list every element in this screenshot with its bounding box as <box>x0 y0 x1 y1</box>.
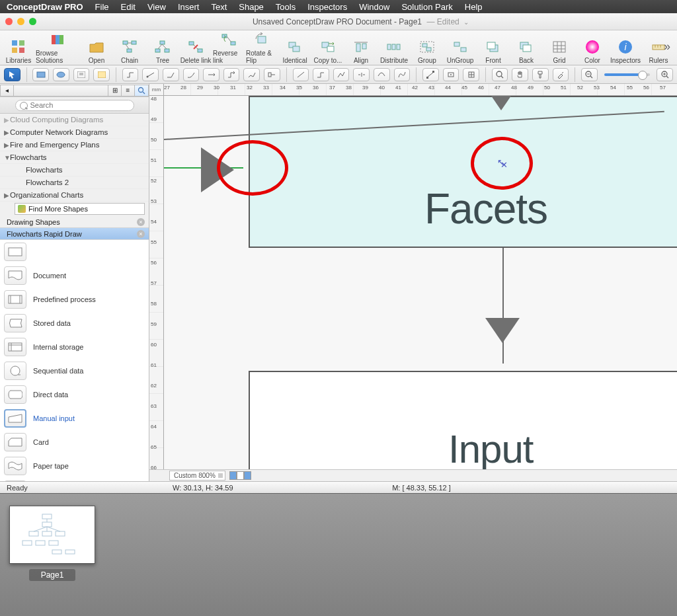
line-1-button[interactable] <box>293 68 309 81</box>
line-4-button[interactable] <box>353 68 370 81</box>
snap-1-button[interactable] <box>443 68 459 81</box>
toolbar-tree-button[interactable]: Tree <box>147 31 179 64</box>
connector-vertical[interactable] <box>502 248 504 364</box>
close-tab-button[interactable]: × <box>137 218 145 226</box>
tree-item-cloud-computing-diagrams[interactable]: ▶Cloud Computing Diagrams <box>0 114 149 126</box>
toolbar-overflow-button[interactable]: » <box>664 40 672 54</box>
connector-3-button[interactable] <box>163 68 179 81</box>
text-tool-button[interactable] <box>73 68 90 81</box>
note-tool-button[interactable] <box>93 68 110 81</box>
close-tab-button[interactable]: × <box>137 230 145 238</box>
shape-document[interactable]: Document <box>0 264 149 288</box>
toolbar-libraries-button[interactable]: Libraries <box>3 31 34 64</box>
toolbar-back-button[interactable]: Back <box>510 31 542 64</box>
panel-nav-left-button[interactable]: ◂ <box>0 85 13 96</box>
shape-direct-data[interactable]: Direct data <box>0 383 149 406</box>
shape-stored-data[interactable]: Stored data <box>0 311 149 335</box>
zoom-minus-button[interactable] <box>581 68 598 81</box>
horizontal-ruler[interactable]: 2728293031323334353637383940414243444546… <box>164 84 677 96</box>
shape-item[interactable] <box>0 240 149 264</box>
tree-item-flowcharts[interactable]: ▼Flowcharts <box>0 151 149 164</box>
menu-text[interactable]: Text <box>211 2 227 12</box>
view-mode-3[interactable] <box>244 471 251 480</box>
shape-display[interactable]: Display <box>0 478 149 481</box>
connector-8-button[interactable] <box>264 68 280 81</box>
zoom-select[interactable]: Custom 800% <box>169 471 225 481</box>
maximize-window-button[interactable] <box>29 18 36 25</box>
menu-inspectors[interactable]: Inspectors <box>307 2 347 12</box>
line-3-button[interactable] <box>333 68 350 81</box>
shape-sequential-data[interactable]: Sequential data <box>0 359 149 383</box>
shape-internal-storage[interactable]: Internal storage <box>0 335 149 359</box>
menu-edit[interactable]: Edit <box>121 2 136 12</box>
tree-item-computer-network-diagrams[interactable]: ▶Computer Network Diagrams <box>0 126 149 139</box>
grid-view-button[interactable]: ⊞ <box>108 85 121 96</box>
menu-view[interactable]: View <box>147 2 166 12</box>
shape-predefined-process[interactable]: Predefined process <box>0 288 149 311</box>
menu-insert[interactable]: Insert <box>178 2 200 12</box>
connector-4-button[interactable] <box>183 68 200 81</box>
tree-item-organizational-charts[interactable]: ▶Organizational Charts <box>0 189 149 202</box>
zoom-plus-button[interactable] <box>657 68 673 81</box>
title-dropdown-icon[interactable]: ⌄ <box>463 19 469 26</box>
line-6-button[interactable] <box>394 68 411 81</box>
toolbar-distribute-button[interactable]: Distribute <box>378 31 410 64</box>
menu-shape[interactable]: Shape <box>239 2 264 12</box>
toolbar-chain-button[interactable]: Chain <box>114 31 145 64</box>
ellipse-tool-button[interactable] <box>53 68 69 81</box>
toolbar-align-button[interactable]: Align <box>345 31 377 64</box>
menu-file[interactable]: File <box>95 2 109 12</box>
menu-help[interactable]: Help <box>465 2 483 12</box>
connector-2-button[interactable] <box>142 68 159 81</box>
toolbar-reverse-link-button[interactable]: Reverse link <box>213 31 245 64</box>
toolbar-delete-link-button[interactable]: Delete link <box>180 31 212 64</box>
toolbar-group-button[interactable]: Group <box>411 31 443 64</box>
toolbar-inspectors-button[interactable]: iInspectors <box>610 31 641 64</box>
connector-1-button[interactable] <box>122 68 139 81</box>
page-thumbnail[interactable]: Page1 <box>9 506 95 604</box>
edit-points-button[interactable] <box>422 68 439 81</box>
toolbar-browse-solutions-button[interactable]: Browse Solutions <box>36 31 79 64</box>
shape-manual-input[interactable]: Manual input <box>0 406 149 430</box>
menu-solution-park[interactable]: Solution Park <box>401 2 452 12</box>
snap-2-button[interactable] <box>463 68 479 81</box>
selection-tool-button[interactable] <box>4 68 20 81</box>
connector-7-button[interactable] <box>243 68 260 81</box>
toolbar-color-button[interactable]: Color <box>577 31 608 64</box>
zoom-in-button[interactable] <box>492 68 508 81</box>
panel-search-toggle[interactable] <box>134 85 149 96</box>
format-painter-button[interactable] <box>532 68 549 81</box>
eyedropper-button[interactable] <box>553 68 569 81</box>
view-mode-1[interactable] <box>229 471 237 480</box>
arrow-down-2[interactable] <box>485 318 520 343</box>
tree-item-flowcharts-2[interactable]: Flowcharts 2 <box>0 176 149 189</box>
view-mode-buttons[interactable] <box>229 471 251 480</box>
list-view-button[interactable]: ≡ <box>121 85 134 96</box>
minimize-window-button[interactable] <box>17 18 24 25</box>
tree-item-flowcharts[interactable]: Flowcharts <box>0 164 149 176</box>
zoom-slider[interactable] <box>604 73 651 76</box>
connector-5-button[interactable] <box>203 68 219 81</box>
line-5-button[interactable] <box>374 68 390 81</box>
toolbar-rotate-flip-button[interactable]: Rotate & Flip <box>246 31 278 64</box>
library-tab-drawing-shapes[interactable]: Drawing Shapes× <box>0 216 149 228</box>
toolbar-front-button[interactable]: Front <box>477 31 509 64</box>
library-tab-flowcharts-rapid-draw[interactable]: Flowcharts Rapid Draw× <box>0 228 149 240</box>
tree-item-fire-and-emergency-plans[interactable]: ▶Fire and Emergency Plans <box>0 139 149 151</box>
library-search-input[interactable] <box>15 100 134 111</box>
shape-card[interactable]: Card <box>0 430 149 454</box>
toolbar-ungroup-button[interactable]: UnGroup <box>444 31 476 64</box>
vertical-ruler[interactable]: 48495051525354555657585960616263646566 <box>149 96 164 469</box>
hand-tool-button[interactable] <box>512 68 528 81</box>
find-more-shapes-button[interactable]: Find More Shapes <box>15 203 145 215</box>
view-mode-2[interactable] <box>237 471 244 480</box>
shape-paper-tape[interactable]: Paper tape <box>0 454 149 478</box>
arrow-down-1[interactable] <box>484 96 518 110</box>
line-2-button[interactable] <box>313 68 329 81</box>
close-window-button[interactable] <box>5 18 13 25</box>
toolbar-grid-button[interactable]: Grid <box>543 31 575 64</box>
rectangle-tool-button[interactable] <box>32 68 49 81</box>
drawing-canvas[interactable]: Facets Input ↖✕ <box>164 96 677 469</box>
connector-6-button[interactable] <box>223 68 240 81</box>
menu-tools[interactable]: Tools <box>276 2 296 12</box>
